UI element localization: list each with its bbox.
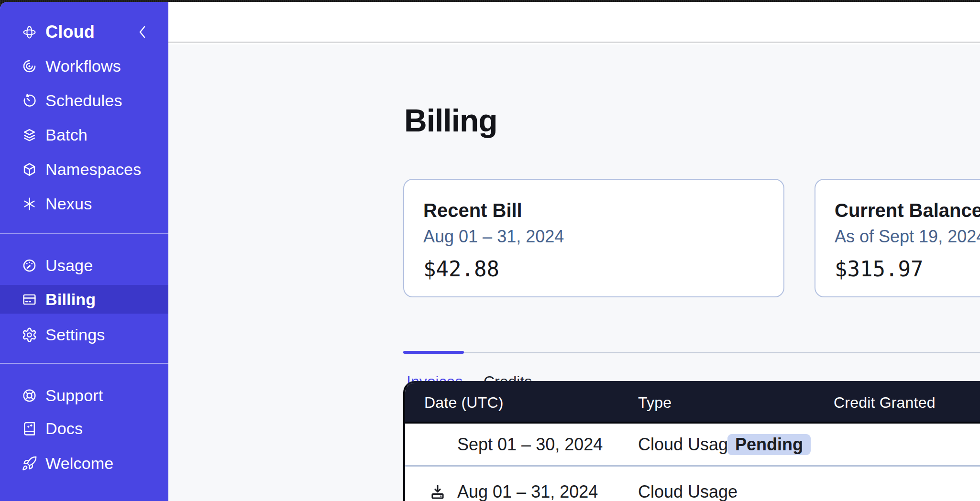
sidebar-item-namespaces[interactable]: Namespaces bbox=[0, 155, 168, 184]
support-lifebuoy-icon bbox=[22, 388, 37, 403]
current-balance-title: Current Balance bbox=[835, 199, 980, 222]
table-header-row: Date (UTC) Type Credit Granted bbox=[405, 383, 980, 424]
recent-bill-card: Recent Bill Aug 01 – 31, 2024 $42.88 bbox=[403, 179, 784, 297]
top-bar bbox=[168, 2, 980, 43]
sidebar-item-workflows[interactable]: Workflows bbox=[0, 52, 168, 80]
sidebar-item-welcome[interactable]: Welcome bbox=[0, 449, 168, 478]
sidebar-collapse-button[interactable] bbox=[137, 25, 148, 39]
settings-gear-icon bbox=[22, 327, 37, 343]
current-balance-card: Current Balance As of Sept 19, 2024 $315… bbox=[815, 179, 980, 297]
sidebar-item-docs[interactable]: Docs bbox=[0, 414, 168, 443]
workflows-spiral-icon bbox=[22, 58, 37, 74]
invoice-type: Cloud Usage bbox=[638, 435, 738, 455]
sidebar-item-label: Settings bbox=[45, 326, 105, 344]
schedules-clock-icon bbox=[22, 93, 37, 109]
table-row: Aug 01 – 31, 2024 Cloud Usage bbox=[405, 467, 980, 501]
current-balance-amount: $315.97 bbox=[835, 258, 980, 281]
active-tab-indicator bbox=[403, 351, 464, 354]
sidebar-item-label: Batch bbox=[45, 126, 88, 144]
recent-bill-title: Recent Bill bbox=[423, 199, 783, 222]
table-row: Sept 01 – 30, 2024 Cloud Usage Pending bbox=[405, 424, 980, 465]
sidebar-brand[interactable]: Cloud bbox=[0, 18, 168, 46]
invoices-table: Date (UTC) Type Credit Granted Sept 01 –… bbox=[403, 381, 980, 501]
recent-bill-amount: $42.88 bbox=[423, 258, 783, 281]
usage-gauge-icon bbox=[22, 258, 37, 273]
invoice-type: Cloud Usage bbox=[638, 482, 738, 501]
sidebar-item-batch[interactable]: Batch bbox=[0, 120, 168, 149]
page-title: Billing bbox=[404, 103, 497, 138]
sidebar-divider bbox=[0, 233, 168, 234]
billing-card-icon bbox=[22, 292, 37, 307]
sidebar-item-schedules[interactable]: Schedules bbox=[0, 86, 168, 115]
batch-layers-icon bbox=[22, 127, 37, 143]
sidebar-item-usage[interactable]: Usage bbox=[0, 251, 168, 280]
invoice-date: Sept 01 – 30, 2024 bbox=[457, 435, 603, 455]
sidebar-item-billing[interactable]: Billing bbox=[0, 285, 168, 314]
column-header-credit-granted: Credit Granted bbox=[834, 393, 936, 411]
sidebar-item-label: Usage bbox=[45, 256, 93, 275]
download-icon bbox=[429, 483, 446, 501]
column-header-date: Date (UTC) bbox=[424, 393, 504, 411]
welcome-rocket-icon bbox=[22, 456, 37, 471]
sidebar-item-label: Workflows bbox=[45, 57, 121, 76]
temporal-cloud-icon bbox=[22, 24, 37, 40]
sidebar-item-label: Docs bbox=[45, 419, 83, 438]
sidebar-item-label: Welcome bbox=[45, 454, 113, 473]
sidebar-item-support[interactable]: Support bbox=[0, 381, 168, 410]
app-window: Cloud Workflows bbox=[0, 2, 980, 501]
download-invoice-button[interactable] bbox=[429, 483, 447, 501]
namespaces-cube-icon bbox=[22, 162, 37, 177]
sidebar-item-label: Namespaces bbox=[45, 160, 141, 179]
sidebar-item-label: Nexus bbox=[45, 195, 92, 213]
invoice-date: Aug 01 – 31, 2024 bbox=[457, 482, 598, 501]
sidebar-item-label: Schedules bbox=[45, 91, 122, 110]
chevron-left-icon bbox=[138, 25, 147, 39]
sidebar-item-nexus[interactable]: Nexus bbox=[0, 189, 168, 218]
sidebar: Cloud Workflows bbox=[0, 2, 168, 501]
sidebar-item-settings[interactable]: Settings bbox=[0, 320, 168, 349]
column-header-type: Type bbox=[638, 393, 672, 411]
status-badge: Pending bbox=[727, 434, 811, 455]
sidebar-divider bbox=[0, 363, 168, 364]
docs-book-icon bbox=[22, 421, 37, 436]
nexus-asterisk-icon bbox=[22, 196, 37, 212]
recent-bill-period: Aug 01 – 31, 2024 bbox=[423, 227, 783, 246]
tab-baseline bbox=[464, 352, 980, 353]
current-balance-as-of: As of Sept 19, 2024 bbox=[835, 227, 980, 246]
main-content: Billing Recent Bill Aug 01 – 31, 2024 $4… bbox=[168, 44, 980, 501]
brand-label: Cloud bbox=[45, 22, 95, 42]
sidebar-item-label: Billing bbox=[45, 290, 96, 309]
sidebar-item-label: Support bbox=[45, 386, 103, 405]
